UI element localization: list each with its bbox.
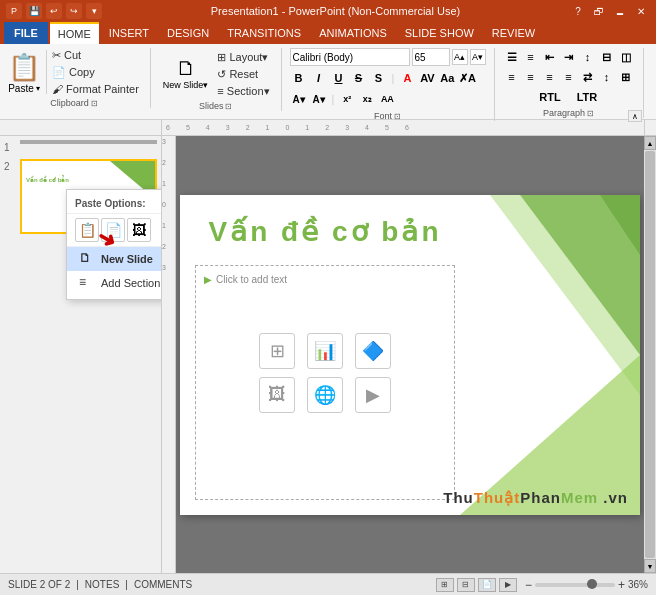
text-align-vert-button[interactable]: ↕ — [598, 68, 616, 86]
status-left: SLIDE 2 OF 2 | NOTES | COMMENTS — [8, 579, 192, 590]
slide-num-1: 1 — [4, 140, 16, 153]
aa-button[interactable]: AA — [378, 90, 396, 108]
save-icon[interactable]: 💾 — [26, 3, 42, 19]
notes-button[interactable]: NOTES — [85, 579, 119, 590]
align-center-button[interactable]: ≡ — [522, 68, 540, 86]
restore-button[interactable]: 🗗 — [590, 4, 608, 18]
menu-design[interactable]: DESIGN — [159, 22, 217, 44]
menu-review[interactable]: REVIEW — [484, 22, 543, 44]
clear-formatting-button[interactable]: ✗A — [458, 69, 476, 87]
insert-video-icon[interactable]: ▶ — [355, 377, 391, 413]
highlight-button[interactable]: A▾ — [310, 90, 328, 108]
scroll-thumb[interactable] — [645, 151, 655, 558]
font-name-input[interactable] — [290, 48, 410, 66]
align-right-button[interactable]: ≡ — [541, 68, 559, 86]
convert-to-smartart-button[interactable]: ⊞ — [617, 68, 635, 86]
zoom-slider[interactable] — [535, 583, 615, 587]
scroll-down-button[interactable]: ▼ — [644, 559, 656, 573]
reading-view-button[interactable]: 📄 — [478, 578, 496, 592]
paragraph-expand-icon[interactable]: ⊡ — [587, 109, 594, 118]
section-button[interactable]: ≡ Section▾ — [214, 84, 272, 99]
zoom-plus-button[interactable]: + — [618, 578, 625, 592]
insert-chart-icon[interactable]: 📊 — [307, 333, 343, 369]
menu-insert[interactable]: INSERT — [101, 22, 157, 44]
paste-option-3[interactable]: 🖼 — [127, 218, 151, 242]
font-size-decrease[interactable]: A▾ — [470, 49, 486, 65]
increase-indent-button[interactable]: ⇥ — [560, 48, 578, 66]
insert-picture-icon[interactable]: 🖼 — [259, 377, 295, 413]
new-slide-menu-item[interactable]: 🗋 New Slide — [67, 247, 162, 271]
vertical-scrollbar[interactable]: ▲ ▼ — [644, 136, 656, 573]
layout-button[interactable]: ⊞ Layout▾ — [214, 50, 272, 65]
paste-icons-row: 📋 📄 🖼 — [75, 218, 162, 242]
menu-file[interactable]: FILE — [4, 22, 48, 44]
customize-icon[interactable]: ▾ — [86, 3, 102, 19]
ltr-button[interactable]: LTR — [569, 88, 605, 106]
close-button[interactable]: ✕ — [632, 4, 650, 18]
undo-icon[interactable]: ↩ — [46, 3, 62, 19]
font-expand-icon[interactable]: ⊡ — [394, 112, 401, 121]
rtl-button[interactable]: RTL — [532, 88, 568, 106]
justify-button[interactable]: ≡ — [560, 68, 578, 86]
redo-icon[interactable]: ↪ — [66, 3, 82, 19]
paste-button[interactable]: 📋 Paste ▾ — [6, 50, 47, 94]
paste-option-2[interactable]: 📄 — [101, 218, 125, 242]
text-dir-button[interactable]: ⇄ — [579, 68, 597, 86]
font-color2-button[interactable]: A▾ — [290, 90, 308, 108]
slides-expand-icon[interactable]: ⊡ — [225, 102, 232, 111]
help-button[interactable]: ? — [569, 4, 587, 18]
zoom-level[interactable]: 36% — [628, 579, 648, 590]
horizontal-ruler: 6 5 4 3 2 1 0 1 2 3 4 5 6 — [162, 120, 644, 135]
insert-smartart-icon[interactable]: 🔷 — [355, 333, 391, 369]
normal-view-button[interactable]: ⊞ — [436, 578, 454, 592]
ribbon-collapse-button[interactable]: ∧ — [628, 110, 642, 122]
new-slide-button[interactable]: 🗋 New Slide▾ — [159, 55, 213, 92]
add-section-menu-item[interactable]: ≡ Add Section — [67, 271, 162, 295]
bullets-button[interactable]: ☰ — [503, 48, 521, 66]
line-spacing-button[interactable]: ↕ — [579, 48, 597, 66]
columns-button[interactable]: ⊟ — [598, 48, 616, 66]
clipboard-content: 📋 Paste ▾ ✂ Cut 📄 Copy 🖌 Format Painter — [6, 48, 142, 96]
zoom-thumb[interactable] — [587, 579, 597, 589]
paste-dropdown-icon[interactable]: ▾ — [36, 84, 40, 93]
clipboard-expand-icon[interactable]: ⊡ — [91, 99, 98, 108]
menu-transitions[interactable]: TRANSITIONS — [219, 22, 309, 44]
reset-button[interactable]: ↺ Reset — [214, 67, 272, 82]
superscript-button[interactable]: x² — [338, 90, 356, 108]
insert-table-icon[interactable]: ⊞ — [259, 333, 295, 369]
insert-online-icon[interactable]: 🌐 — [307, 377, 343, 413]
shadow-button[interactable]: S — [370, 69, 388, 87]
underline-button[interactable]: U — [330, 69, 348, 87]
font-size-increase[interactable]: A▴ — [452, 49, 468, 65]
align-left-button[interactable]: ≡ — [503, 68, 521, 86]
paste-option-1[interactable]: 📋 — [75, 218, 99, 242]
char-spacing-button[interactable]: AV — [418, 69, 436, 87]
decrease-indent-button[interactable]: ⇤ — [541, 48, 559, 66]
font-color-button[interactable]: A — [398, 69, 416, 87]
font-size-a-button[interactable]: Aa — [438, 69, 456, 87]
slide-title: Vấn đề cơ bản — [200, 215, 450, 248]
slide-canvas[interactable]: Vấn đề cơ bản ▶ Click to add text ⊞ 📊 🔷 … — [180, 195, 640, 515]
cut-button[interactable]: ✂ Cut — [49, 48, 142, 63]
slide-content-box[interactable]: ▶ Click to add text ⊞ 📊 🔷 🖼 🌐 ▶ — [195, 265, 455, 500]
menu-slideshow[interactable]: SLIDE SHOW — [397, 22, 482, 44]
numbering-button[interactable]: ≡ — [522, 48, 540, 66]
smart-art-button[interactable]: ◫ — [617, 48, 635, 66]
menu-animations[interactable]: ANIMATIONS — [311, 22, 395, 44]
italic-button[interactable]: I — [310, 69, 328, 87]
minimize-button[interactable]: 🗕 — [611, 4, 629, 18]
font-size-input[interactable] — [412, 48, 450, 66]
slide-preview-1[interactable]: Khoa học máy tính — [20, 140, 157, 144]
scroll-up-button[interactable]: ▲ — [644, 136, 656, 150]
drawing-button[interactable]: ✏️ Drawing — [652, 49, 656, 89]
comments-button[interactable]: COMMENTS — [134, 579, 192, 590]
bold-button[interactable]: B — [290, 69, 308, 87]
slideshow-button[interactable]: ▶ — [499, 578, 517, 592]
slide-sorter-button[interactable]: ⊟ — [457, 578, 475, 592]
subscript-button[interactable]: x₂ — [358, 90, 376, 108]
copy-button[interactable]: 📄 Copy — [49, 65, 142, 80]
strikethrough-button[interactable]: S — [350, 69, 368, 87]
zoom-minus-button[interactable]: − — [525, 578, 532, 592]
format-painter-button[interactable]: 🖌 Format Painter — [49, 82, 142, 96]
menu-home[interactable]: HOME — [50, 22, 99, 44]
